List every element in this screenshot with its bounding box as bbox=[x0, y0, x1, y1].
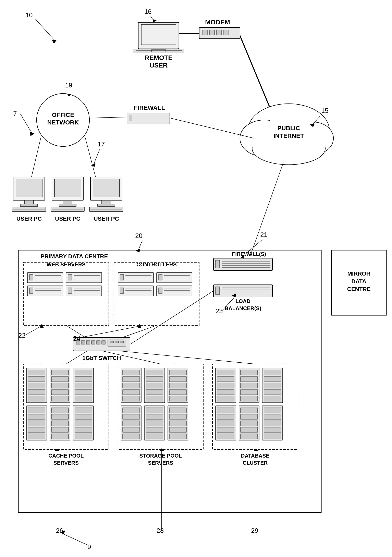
svg-rect-233 bbox=[264, 434, 281, 439]
svg-rect-43 bbox=[59, 204, 76, 206]
svg-rect-47 bbox=[93, 179, 120, 197]
svg-rect-232 bbox=[264, 427, 281, 432]
svg-rect-194 bbox=[169, 421, 187, 426]
svg-text:PRIMARY DATA CENTRE: PRIMARY DATA CENTRE bbox=[41, 253, 108, 260]
svg-rect-146 bbox=[28, 427, 45, 432]
svg-text:21: 21 bbox=[260, 231, 268, 238]
svg-rect-114 bbox=[110, 341, 114, 343]
svg-rect-95 bbox=[215, 260, 220, 268]
svg-rect-17 bbox=[127, 113, 170, 124]
svg-rect-182 bbox=[122, 421, 140, 426]
svg-rect-48 bbox=[102, 200, 111, 204]
svg-rect-150 bbox=[51, 414, 68, 419]
svg-rect-155 bbox=[75, 408, 92, 413]
svg-text:24: 24 bbox=[73, 335, 81, 342]
svg-rect-9 bbox=[202, 30, 207, 35]
svg-rect-199 bbox=[217, 370, 234, 375]
svg-text:CENTRE: CENTRE bbox=[347, 286, 370, 292]
svg-rect-141 bbox=[75, 396, 92, 401]
svg-rect-163 bbox=[122, 377, 140, 382]
svg-marker-257 bbox=[136, 248, 140, 253]
svg-marker-266 bbox=[138, 324, 141, 328]
svg-rect-165 bbox=[122, 390, 140, 395]
svg-rect-18 bbox=[129, 115, 132, 121]
svg-rect-188 bbox=[146, 421, 163, 426]
svg-line-31 bbox=[32, 138, 41, 177]
svg-text:INTERNET: INTERNET bbox=[273, 132, 304, 139]
svg-rect-134 bbox=[51, 390, 68, 395]
svg-rect-80 bbox=[159, 275, 162, 280]
svg-rect-69 bbox=[68, 288, 72, 294]
svg-rect-231 bbox=[264, 421, 281, 426]
svg-rect-172 bbox=[146, 396, 163, 401]
svg-line-118 bbox=[250, 165, 283, 256]
svg-rect-135 bbox=[51, 396, 68, 401]
svg-rect-85 bbox=[120, 288, 124, 294]
svg-rect-10 bbox=[209, 30, 214, 35]
svg-rect-157 bbox=[75, 421, 92, 426]
svg-rect-200 bbox=[217, 377, 234, 382]
svg-rect-202 bbox=[217, 390, 234, 395]
svg-text:BALANCER(S): BALANCER(S) bbox=[225, 305, 261, 311]
svg-rect-209 bbox=[241, 396, 258, 401]
svg-rect-100 bbox=[213, 285, 272, 297]
svg-rect-144 bbox=[28, 414, 45, 419]
svg-text:FIREWALL(S): FIREWALL(S) bbox=[232, 251, 266, 257]
svg-rect-153 bbox=[51, 434, 68, 439]
svg-rect-138 bbox=[75, 377, 92, 382]
svg-rect-166 bbox=[122, 396, 140, 401]
svg-rect-212 bbox=[264, 377, 281, 382]
svg-line-256 bbox=[138, 241, 142, 250]
svg-rect-42 bbox=[63, 200, 72, 204]
svg-marker-242 bbox=[30, 132, 34, 136]
svg-text:28: 28 bbox=[156, 527, 164, 534]
svg-text:USER PC: USER PC bbox=[55, 216, 80, 222]
svg-rect-156 bbox=[75, 414, 92, 419]
svg-rect-180 bbox=[122, 408, 140, 413]
svg-rect-147 bbox=[28, 434, 45, 439]
svg-text:DATABASE: DATABASE bbox=[241, 453, 270, 459]
svg-marker-275 bbox=[159, 448, 164, 451]
svg-rect-183 bbox=[122, 427, 140, 432]
svg-rect-109 bbox=[86, 341, 90, 344]
svg-rect-75 bbox=[120, 275, 124, 280]
svg-rect-206 bbox=[241, 377, 258, 382]
svg-text:USER: USER bbox=[150, 62, 168, 69]
svg-rect-219 bbox=[217, 421, 234, 426]
svg-rect-139 bbox=[75, 383, 92, 388]
svg-rect-187 bbox=[146, 414, 163, 419]
svg-rect-176 bbox=[169, 383, 187, 388]
svg-marker-278 bbox=[254, 448, 259, 451]
svg-rect-159 bbox=[75, 434, 92, 439]
svg-rect-169 bbox=[146, 377, 163, 382]
svg-rect-158 bbox=[75, 427, 92, 432]
svg-rect-175 bbox=[169, 377, 187, 382]
svg-text:10: 10 bbox=[25, 11, 33, 19]
svg-text:29: 29 bbox=[251, 527, 258, 534]
svg-rect-131 bbox=[51, 370, 68, 375]
svg-rect-178 bbox=[169, 396, 187, 401]
svg-rect-137 bbox=[75, 370, 92, 375]
svg-text:USER PC: USER PC bbox=[16, 216, 42, 222]
svg-rect-11 bbox=[217, 30, 222, 35]
svg-text:FIREWALL: FIREWALL bbox=[134, 104, 165, 111]
svg-text:CONTROLLERS: CONTROLLERS bbox=[136, 262, 177, 268]
svg-marker-263 bbox=[40, 324, 44, 328]
svg-text:PUBLIC: PUBLIC bbox=[277, 125, 300, 131]
svg-rect-215 bbox=[264, 396, 281, 401]
svg-rect-213 bbox=[264, 383, 281, 388]
svg-rect-59 bbox=[68, 275, 72, 280]
svg-rect-221 bbox=[217, 434, 234, 439]
svg-rect-110 bbox=[91, 341, 95, 344]
svg-rect-196 bbox=[169, 434, 187, 439]
svg-rect-94 bbox=[213, 258, 272, 270]
svg-rect-145 bbox=[28, 421, 45, 426]
svg-text:USER PC: USER PC bbox=[94, 216, 119, 222]
svg-rect-64 bbox=[30, 288, 33, 294]
svg-rect-143 bbox=[28, 408, 45, 413]
svg-rect-128 bbox=[28, 390, 45, 395]
svg-rect-208 bbox=[241, 390, 258, 395]
svg-line-241 bbox=[20, 114, 33, 134]
svg-rect-152 bbox=[51, 427, 68, 432]
svg-line-265 bbox=[80, 326, 138, 338]
